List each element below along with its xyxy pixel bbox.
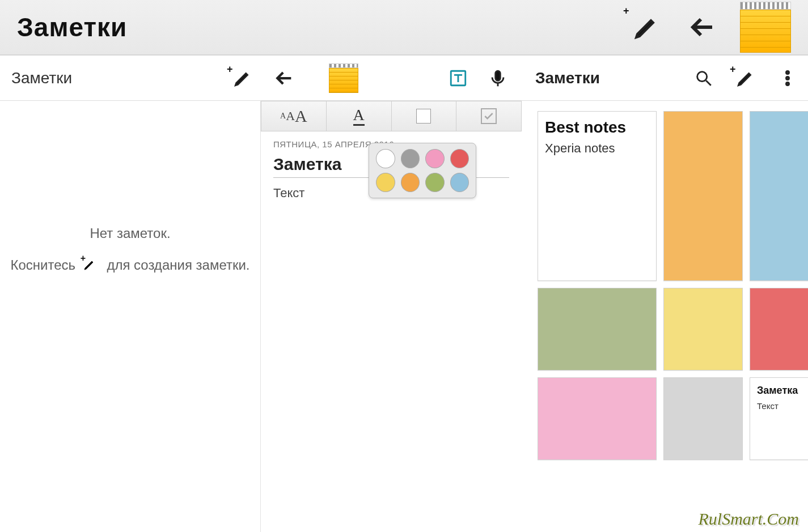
color-row-1 (376, 149, 469, 168)
note-card-yellow[interactable] (663, 288, 743, 371)
search-icon (694, 69, 713, 88)
left-toolbar: Заметки + (0, 56, 261, 100)
text-size-button[interactable]: AAA (261, 101, 327, 131)
svg-rect-1 (496, 71, 501, 80)
note-card-olive[interactable] (538, 288, 657, 371)
app-header: Заметки + (0, 0, 808, 56)
color-swatch-white[interactable] (376, 149, 395, 168)
left-pane: Нет заметок. Коснитесь + для создания за… (0, 101, 261, 532)
empty-hint: Коснитесь + для создания заметки. (0, 257, 260, 275)
note-card-gray[interactable] (663, 377, 743, 460)
color-swatch-orange[interactable] (401, 173, 420, 192)
color-row-2 (376, 173, 469, 192)
color-swatch-blue[interactable] (450, 173, 469, 192)
checklist-button[interactable] (456, 101, 521, 131)
arrow-left-icon (275, 69, 294, 88)
pencil-icon (633, 14, 660, 41)
note-card-title: Заметка (757, 385, 808, 397)
voice-input-button[interactable] (485, 66, 510, 91)
right-pane-title: Заметки (535, 69, 674, 87)
empty-title: Нет заметок. (0, 225, 260, 241)
svg-point-3 (786, 71, 789, 74)
notes-grid: Best notes Xperia notes Заметка Текст (522, 101, 808, 532)
more-vertical-icon (778, 69, 797, 88)
color-swatch-yellow[interactable] (376, 173, 395, 192)
app-title: Заметки (17, 12, 610, 42)
svg-point-2 (697, 71, 707, 81)
note-card-body: Текст (757, 401, 808, 411)
pencil-icon (736, 69, 755, 88)
editor-notepad-icon[interactable] (329, 63, 358, 93)
color-swatch-pink[interactable] (425, 149, 445, 168)
pencil-icon (233, 69, 252, 88)
left-pane-title: Заметки (11, 69, 230, 87)
svg-point-4 (786, 76, 789, 79)
color-swatch-gray[interactable] (401, 149, 420, 168)
empty-hint-suffix: для создания заметки. (107, 257, 249, 273)
checkbox-icon (481, 108, 497, 124)
right-toolbar: Заметки + (522, 56, 808, 100)
arrow-left-icon (689, 14, 717, 41)
right-new-note-button[interactable]: + (733, 66, 758, 91)
color-swatch-icon (416, 109, 431, 124)
note-card-title: Best notes (545, 118, 649, 137)
text-mode-button[interactable] (446, 66, 471, 91)
notepad-icon[interactable] (740, 2, 791, 53)
note-card-blue[interactable] (750, 111, 808, 281)
text-t-icon (449, 69, 468, 88)
text-underline-button[interactable]: A (327, 101, 392, 131)
color-swatch-red[interactable] (450, 149, 469, 168)
color-swatch-green[interactable] (425, 173, 445, 192)
format-toolbar: AAA A (261, 101, 522, 131)
microphone-icon (488, 69, 507, 88)
note-card-orange[interactable] (663, 111, 743, 281)
color-picker-popover (369, 143, 476, 198)
svg-point-5 (786, 82, 789, 85)
note-card-pink[interactable] (538, 377, 657, 460)
left-new-note-button[interactable]: + (230, 66, 255, 91)
overflow-menu-button[interactable] (775, 66, 800, 91)
note-card-white-note[interactable]: Заметка Текст (750, 377, 808, 460)
search-button[interactable] (691, 66, 716, 91)
note-card-best[interactable]: Best notes Xperia notes (538, 111, 657, 281)
editor-toolbar (261, 56, 522, 100)
inline-new-note-icon: + (83, 258, 100, 275)
new-note-button[interactable]: + (627, 7, 666, 47)
editor-back-button[interactable] (272, 66, 297, 91)
sub-toolbar: Заметки + Заметки + (0, 56, 808, 101)
watermark: RulSmart.Com (698, 509, 799, 529)
note-card-red[interactable] (750, 288, 808, 371)
color-button[interactable] (392, 101, 457, 131)
empty-hint-prefix: Коснитесь (10, 257, 75, 273)
note-card-subtitle: Xperia notes (545, 141, 649, 156)
back-button[interactable] (683, 7, 723, 47)
